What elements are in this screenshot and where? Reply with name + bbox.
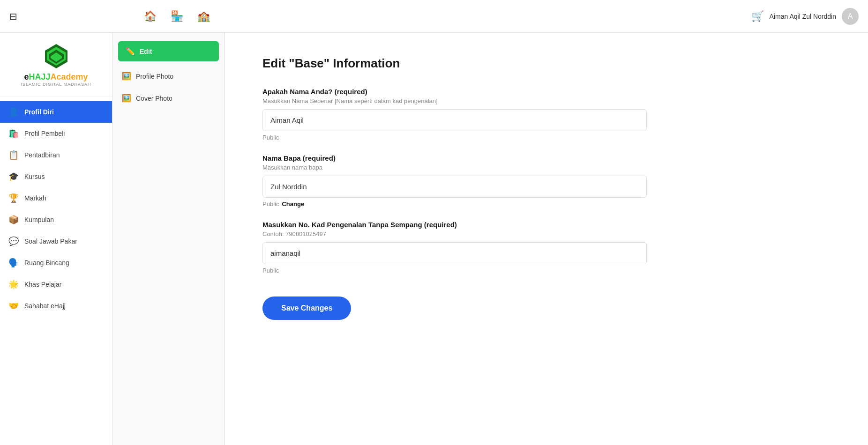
field-input-nama-bapa[interactable]	[262, 176, 647, 198]
field-group-nama: Apakah Nama Anda? (required) Masukkan Na…	[262, 88, 831, 141]
sidebar-item-label: Profil Pembeli	[24, 130, 65, 137]
profil-pembeli-icon: 🛍️	[8, 128, 19, 139]
sidebar-item-profil-pembeli[interactable]: 🛍️ Profil Pembeli	[0, 123, 112, 144]
profile-photo-icon: 🖼️	[122, 72, 131, 81]
cart-icon[interactable]: 🛒	[751, 10, 764, 22]
logo-subtitle: Islamic Digital Madrasah	[21, 82, 91, 87]
field-label-nama: Apakah Nama Anda? (required)	[262, 88, 831, 96]
pentadbiran-icon: 📋	[8, 150, 19, 160]
visibility-label-nama-bapa: Public	[262, 200, 279, 208]
soal-jawab-icon: 💬	[8, 236, 19, 246]
school-nav-icon[interactable]: 🏫	[197, 10, 210, 22]
sidebar-item-kursus[interactable]: 🎓 Kursus	[0, 166, 112, 187]
cover-photo-icon: 🖼️	[122, 94, 131, 103]
page-title: Edit "Base" Information	[262, 56, 831, 71]
field-visibility-nama-bapa: Public Change	[262, 200, 831, 208]
field-group-nama-bapa: Nama Bapa (required) Masukkan nama bapa …	[262, 154, 831, 208]
sidebar-item-sahabat-ehajj[interactable]: 🤝 Sahabat eHajj	[0, 295, 112, 317]
profile-photo-label: Profile Photo	[136, 73, 173, 80]
sidebar-item-soal-jawab-pakar[interactable]: 💬 Soal Jawab Pakar	[0, 230, 112, 252]
panel-item-edit[interactable]: ✏️ Edit	[118, 41, 219, 61]
sidebar-item-kumpulan[interactable]: 📦 Kumpulan	[0, 209, 112, 230]
top-nav-right: 🛒 Aiman Aqil Zul Norddin A	[751, 8, 859, 25]
sidebar: eHAJJAcademy Islamic Digital Madrasah 👤 …	[0, 33, 112, 445]
main-layout: eHAJJAcademy Islamic Digital Madrasah 👤 …	[0, 33, 868, 445]
home-nav-icon[interactable]: 🏠	[144, 10, 157, 22]
sidebar-item-markah[interactable]: 🏆 Markah	[0, 187, 112, 209]
user-name-label: Aiman Aqil Zul Norddin	[770, 13, 836, 20]
field-label-nama-bapa: Nama Bapa (required)	[262, 154, 831, 162]
field-label-no-kad: Masukkan No. Kad Pengenalan Tanpa Sempan…	[262, 221, 831, 229]
sidebar-item-profil-diri[interactable]: 👤 Profil Diri	[0, 101, 112, 123]
sidebar-toggle-icon[interactable]: ⊟	[9, 11, 17, 22]
panel-item-cover-photo[interactable]: 🖼️ Cover Photo	[112, 87, 224, 109]
field-visibility-nama: Public	[262, 134, 831, 141]
ruang-bincang-icon: 🗣️	[8, 258, 19, 268]
sidebar-item-label: Ruang Bincang	[24, 259, 69, 267]
profil-diri-icon: 👤	[8, 107, 19, 117]
sidebar-item-label: Soal Jawab Pakar	[24, 237, 77, 245]
sidebar-item-label: Kursus	[24, 173, 45, 180]
save-changes-button[interactable]: Save Changes	[262, 297, 351, 320]
sidebar-item-label: Kumpulan	[24, 216, 54, 223]
top-nav: ⊟ 🏠 🏪 🏫 🛒 Aiman Aqil Zul Norddin A	[0, 0, 868, 33]
visibility-label-no-kad: Public	[262, 267, 279, 274]
edit-icon: ✏️	[126, 47, 135, 56]
field-visibility-no-kad: Public	[262, 267, 831, 274]
second-panel: ✏️ Edit 🖼️ Profile Photo 🖼️ Cover Photo	[112, 33, 225, 445]
field-hint-nama-bapa: Masukkan nama bapa	[262, 164, 831, 171]
edit-label: Edit	[140, 48, 152, 55]
sidebar-item-ruang-bincang[interactable]: 🗣️ Ruang Bincang	[0, 252, 112, 274]
kursus-icon: 🎓	[8, 171, 19, 182]
logo-icon	[42, 42, 70, 70]
nav-items: 👤 Profil Diri 🛍️ Profil Pembeli 📋 Pentad…	[0, 96, 112, 321]
visibility-label-nama: Public	[262, 134, 279, 141]
sahabat-icon: 🤝	[8, 301, 19, 311]
logo-area: eHAJJAcademy Islamic Digital Madrasah	[0, 33, 112, 96]
sidebar-item-pentadbiran[interactable]: 📋 Pentadbiran	[0, 144, 112, 166]
field-input-no-kad[interactable]	[262, 242, 647, 264]
sidebar-item-label: Pentadbiran	[24, 151, 60, 159]
field-hint-no-kad: Contoh: 790801025497	[262, 230, 831, 237]
sidebar-item-label: Khas Pelajar	[24, 281, 61, 288]
top-nav-left: 🏠 🏪 🏫	[144, 10, 210, 22]
panel-item-profile-photo[interactable]: 🖼️ Profile Photo	[112, 65, 224, 87]
kumpulan-icon: 📦	[8, 215, 19, 225]
markah-icon: 🏆	[8, 193, 19, 203]
logo-text: eHAJJAcademy	[24, 72, 88, 82]
cover-photo-label: Cover Photo	[136, 95, 172, 102]
field-input-nama[interactable]	[262, 109, 647, 131]
content-area: Edit "Base" Information Apakah Nama Anda…	[225, 33, 868, 445]
avatar-letter: A	[848, 12, 853, 21]
khas-pelajar-icon: 🌟	[8, 279, 19, 289]
field-group-no-kad: Masukkan No. Kad Pengenalan Tanpa Sempan…	[262, 221, 831, 274]
sidebar-item-label: Sahabat eHajj	[24, 302, 66, 310]
change-link-nama-bapa[interactable]: Change	[282, 200, 304, 208]
user-avatar[interactable]: A	[842, 8, 859, 25]
store-nav-icon[interactable]: 🏪	[171, 10, 183, 22]
sidebar-item-label: Profil Diri	[24, 108, 54, 116]
field-hint-nama: Masukkan Nama Sebenar [Nama seperti dala…	[262, 97, 831, 104]
sidebar-item-khas-pelajar[interactable]: 🌟 Khas Pelajar	[0, 274, 112, 295]
sidebar-item-label: Markah	[24, 194, 46, 202]
